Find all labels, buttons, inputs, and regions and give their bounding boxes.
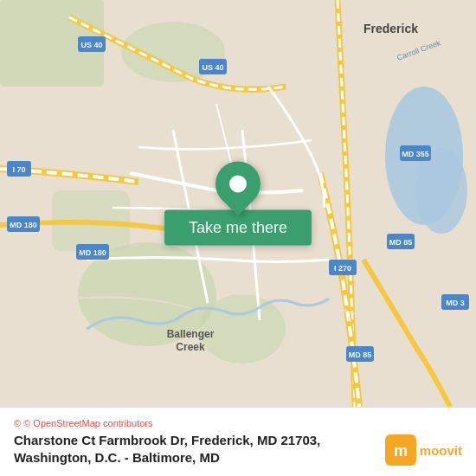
svg-text:MD 355: MD 355 [402, 150, 429, 158]
svg-text:US 40: US 40 [202, 63, 223, 72]
svg-text:MD 180: MD 180 [79, 248, 106, 257]
svg-text:US 40: US 40 [80, 41, 102, 49]
svg-text:Frederick: Frederick [363, 22, 418, 35]
svg-text:I 70: I 70 [12, 165, 25, 174]
svg-text:m: m [394, 442, 408, 460]
svg-text:MD 85: MD 85 [389, 238, 413, 247]
osm-text: © OpenStreetMap contributors [23, 418, 152, 428]
location-line2: Washington, D.C. - Baltimore, MD [14, 450, 220, 465]
location-pin [206, 152, 270, 216]
svg-text:I 270: I 270 [334, 264, 351, 273]
location-pin-inner [229, 176, 247, 193]
svg-text:MD 85: MD 85 [349, 351, 372, 359]
moovit-logo[interactable]: m moovit [385, 434, 462, 466]
copyright-symbol: © [14, 418, 23, 428]
moovit-text: moovit [420, 443, 462, 458]
svg-text:MD 180: MD 180 [10, 221, 37, 229]
osm-attribution: © © OpenStreetMap contributors [14, 418, 462, 428]
moovit-icon: m [385, 434, 416, 466]
map-container: I 70 US 40 US 40 MD 355 MD 85 MD 85 I 27… [0, 0, 476, 407]
svg-text:MD 3: MD 3 [446, 299, 465, 307]
svg-text:Ballenger: Ballenger [167, 328, 215, 340]
footer: © © OpenStreetMap contributors Charstone… [0, 407, 476, 476]
button-overlay: Take me there [164, 162, 312, 246]
location-line1: Charstone Ct Farmbrook Dr, Frederick, MD… [14, 433, 320, 447]
svg-text:Creek: Creek [176, 341, 205, 353]
